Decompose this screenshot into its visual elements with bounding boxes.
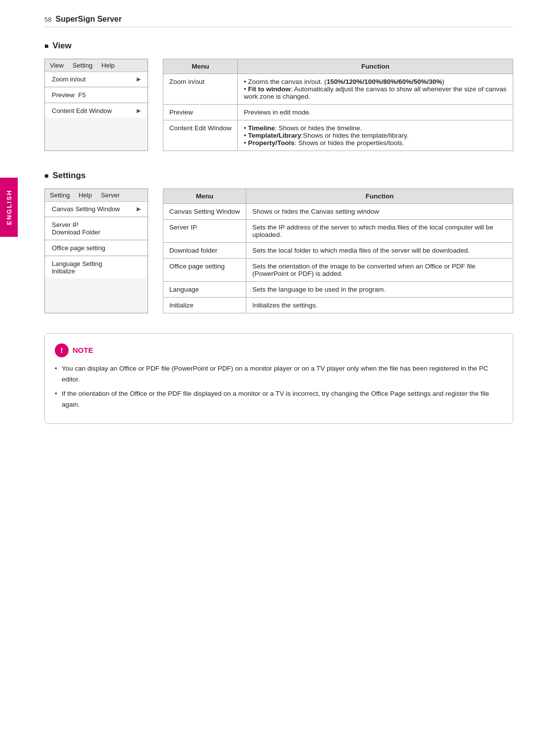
settings-menu-item-office[interactable]: Office page setting xyxy=(45,241,148,256)
settings-menu-item-server-download[interactable]: Server IP Download Folder xyxy=(45,218,148,240)
settings-row2-function: Sets the IP address of the server to whi… xyxy=(246,220,513,243)
list-item: You can display an Office or PDF file (P… xyxy=(55,363,501,384)
settings-section-row: Setting Help Server Canvas Setting Windo… xyxy=(44,189,513,313)
view-row3-menu: Content Edit Window xyxy=(163,120,238,151)
settings-row3-function: Sets the local folder to which media fil… xyxy=(246,243,513,259)
view-menu-item-content-edit[interactable]: Content Edit Window ▶ xyxy=(45,104,148,118)
table-row: Content Edit Window • Timeline: Shows or… xyxy=(163,120,513,151)
view-menu-header-help: Help xyxy=(101,62,114,69)
list-item: If the orientation of the Office or the … xyxy=(55,388,501,410)
page-title: SuperSign Server xyxy=(55,15,121,24)
settings-row3-menu: Download folder xyxy=(163,243,246,259)
settings-menu-header: Setting Help Server xyxy=(45,189,148,202)
settings-table-function-header: Function xyxy=(246,189,513,204)
settings-row4-function: Sets the orientation of the image to be … xyxy=(246,259,513,282)
table-row: Office page setting Sets the orientation… xyxy=(163,259,513,282)
settings-menu-header-server: Server xyxy=(101,191,119,199)
view-menu-header-setting: Setting xyxy=(73,62,92,69)
settings-row1-function: Shows or hides the Canvas setting window xyxy=(246,204,513,220)
table-row: Preview Previews in edit mode. xyxy=(163,105,513,120)
view-menu-mockup: View Setting Help Zoom in/out ▶ Preview … xyxy=(44,59,148,151)
page-header: 58 SuperSign Server xyxy=(44,15,513,27)
note-box: ! NOTE You can display an Office or PDF … xyxy=(44,333,513,424)
table-row: Language Sets the language to be used in… xyxy=(163,282,513,298)
view-menu-item-zoom[interactable]: Zoom in/out ▶ xyxy=(45,72,148,87)
view-section-row: View Setting Help Zoom in/out ▶ Preview … xyxy=(44,59,513,151)
table-row: Server IP Sets the IP address of the ser… xyxy=(163,220,513,243)
settings-row6-menu: Initialize xyxy=(163,298,246,313)
view-menu-header-view: View xyxy=(50,62,64,69)
view-menu-item-preview[interactable]: Preview F5 xyxy=(45,88,148,103)
settings-menu-item-canvas[interactable]: Canvas Setting Window ▶ xyxy=(45,202,148,217)
content-edit-arrow-icon: ▶ xyxy=(137,108,141,114)
view-row1-function: • Zooms the canvas in/out. (150%/120%/10… xyxy=(238,74,513,105)
settings-row6-function: Initializes the settings. xyxy=(246,298,513,313)
view-menu-header: View Setting Help xyxy=(45,59,148,72)
settings-row5-menu: Language xyxy=(163,282,246,298)
table-row: Download folder Sets the local folder to… xyxy=(163,243,513,259)
canvas-arrow-icon: ▶ xyxy=(137,206,141,212)
settings-row5-function: Sets the language to be used in the prog… xyxy=(246,282,513,298)
zoom-arrow-icon: ▶ xyxy=(137,76,141,82)
view-row2-function: Previews in edit mode. xyxy=(238,105,513,120)
side-language-tab: ENGLISH xyxy=(0,178,18,237)
view-row2-menu: Preview xyxy=(163,105,238,120)
note-label: NOTE xyxy=(73,344,93,356)
table-row: Initialize Initializes the settings. xyxy=(163,298,513,313)
view-row1-menu: Zoom in/out xyxy=(163,74,238,105)
view-function-table: Menu Function Zoom in/out • Zooms the ca… xyxy=(163,59,513,151)
view-table-function-header: Function xyxy=(238,59,513,74)
settings-table-menu-header: Menu xyxy=(163,189,246,204)
settings-function-table: Menu Function Canvas Setting Window Show… xyxy=(163,189,513,313)
view-section-heading: View xyxy=(44,41,513,51)
note-icon: ! xyxy=(55,343,69,357)
settings-row2-menu: Server IP xyxy=(163,220,246,243)
view-row3-function: • Timeline: Shows or hides the timeline.… xyxy=(238,120,513,151)
settings-menu-item-language-init[interactable]: Language Setting Initialize xyxy=(45,257,148,278)
note-header: ! NOTE xyxy=(55,343,501,357)
settings-row1-menu: Canvas Setting Window xyxy=(163,204,246,220)
page-number: 58 xyxy=(44,16,51,23)
view-table-menu-header: Menu xyxy=(163,59,238,74)
settings-menu-header-setting: Setting xyxy=(50,191,70,199)
table-row: Zoom in/out • Zooms the canvas in/out. (… xyxy=(163,74,513,105)
note-list: You can display an Office or PDF file (P… xyxy=(55,363,501,410)
table-row: Canvas Setting Window Shows or hides the… xyxy=(163,204,513,220)
settings-menu-mockup: Setting Help Server Canvas Setting Windo… xyxy=(44,189,148,313)
settings-section-heading: Settings xyxy=(44,171,513,181)
settings-menu-header-help: Help xyxy=(78,191,92,199)
settings-row4-menu: Office page setting xyxy=(163,259,246,282)
